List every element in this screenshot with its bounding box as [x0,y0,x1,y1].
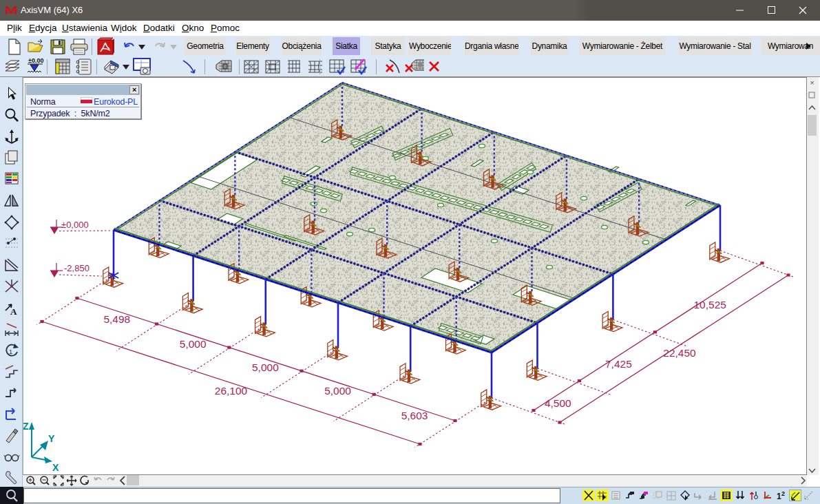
svg-text:-2,850: -2,850 [64,263,90,273]
svg-text:±0.00: ±0.00 [28,57,43,64]
svg-text:5,000: 5,000 [252,361,279,373]
svg-text:A: A [10,306,17,317]
svg-text:±0,000: ±0,000 [61,220,89,230]
svg-text:26,100: 26,100 [215,385,248,397]
svg-text:2: 2 [781,490,785,497]
svg-text:X: X [52,462,59,473]
svg-text:5,603: 5,603 [401,410,428,421]
svg-text:4,500: 4,500 [545,397,571,409]
svg-text:Y: Y [48,433,55,444]
svg-text:5,000: 5,000 [180,338,207,350]
svg-text:10,525: 10,525 [693,299,726,311]
svg-text:1: 1 [777,492,781,501]
svg-text:22,450: 22,450 [663,347,696,359]
svg-text:5,498: 5,498 [103,313,130,325]
svg-text:1: 1 [9,348,12,355]
svg-text:7,425: 7,425 [605,358,632,370]
svg-text:5,000: 5,000 [324,385,351,397]
svg-text:Z: Z [23,421,29,432]
